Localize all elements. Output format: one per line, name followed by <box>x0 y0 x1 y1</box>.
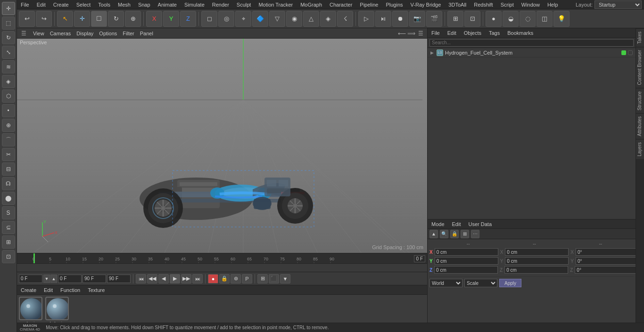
goto-start-btn[interactable]: ⏮ <box>136 274 146 283</box>
tool-point[interactable]: • <box>2 104 15 117</box>
axis-y[interactable]: Y <box>163 11 179 27</box>
viewport-scene[interactable]: Y X <box>17 39 427 253</box>
autokey-btn[interactable]: 🔒 <box>219 274 230 283</box>
viewport-menu-view[interactable]: View <box>33 31 44 36</box>
om-menu-edit[interactable]: Edit <box>444 28 460 37</box>
menu-redshift[interactable]: Redshift <box>470 0 496 9</box>
tool-magnet[interactable]: ☊ <box>2 177 15 190</box>
scale-z-input[interactable] <box>504 266 568 274</box>
menu-vray[interactable]: V-Ray Bridge <box>407 0 445 9</box>
render-full[interactable]: ⏺ <box>392 11 408 27</box>
tab-takes[interactable]: Takes <box>636 28 644 47</box>
object-visible-icon[interactable] <box>621 50 626 55</box>
scale-x-input[interactable] <box>505 248 569 256</box>
light-mode[interactable]: ☇ <box>337 11 353 27</box>
next-key-btn[interactable]: ▶▶ <box>181 274 191 283</box>
texture-mode[interactable]: ◎ <box>218 11 234 27</box>
viewport-expand-icon[interactable]: ⟵ <box>398 30 405 37</box>
viewport-menu-cameras[interactable]: Cameras <box>50 31 71 36</box>
rot-y-input[interactable] <box>576 257 639 265</box>
menu-select[interactable]: Select <box>73 0 95 9</box>
attr-lock-icon[interactable]: 🔒 <box>450 230 459 238</box>
menu-mograph[interactable]: MoGraph <box>297 0 326 9</box>
scale-tool[interactable]: ☐ <box>91 11 107 27</box>
tool-rotate[interactable]: ↻ <box>2 31 15 44</box>
pos-x-input[interactable] <box>435 248 498 256</box>
display-shaded[interactable]: ● <box>486 11 502 27</box>
attr-pin-icon[interactable]: ▲ <box>429 230 438 238</box>
attr-menu-edit[interactable]: Edit <box>448 219 465 228</box>
move-tool[interactable]: ✛ <box>74 11 90 27</box>
tool-scale[interactable]: ⤡ <box>2 46 15 59</box>
menu-pipeline[interactable]: Pipeline <box>356 0 382 9</box>
axis-z[interactable]: Z <box>180 11 196 27</box>
menu-edit[interactable]: Edit <box>33 0 50 9</box>
gem-mode[interactable]: 🔷 <box>252 11 268 27</box>
rotate-tool[interactable]: ↻ <box>108 11 124 27</box>
keyframe-btn[interactable]: ⊞ <box>257 274 268 283</box>
mat-menu-edit[interactable]: Edit <box>40 287 57 293</box>
scale-y-input[interactable] <box>505 257 569 265</box>
circle-mode[interactable]: ◉ <box>286 11 302 27</box>
tab-content-browser[interactable]: Content Browser <box>636 47 644 88</box>
attr-expand-icon[interactable]: ⊞ <box>461 230 469 238</box>
redo-button[interactable]: ↪ <box>36 11 52 27</box>
menu-tools[interactable]: Tools <box>94 0 114 9</box>
grid-mode[interactable]: ◈ <box>320 11 336 27</box>
display-wire[interactable]: ◒ <box>503 11 519 27</box>
tab-attributes-side[interactable]: Attributes <box>636 113 644 139</box>
preview-btn[interactable]: P <box>242 274 252 283</box>
attr-options-icon[interactable]: ⋯ <box>471 230 479 238</box>
menu-mesh[interactable]: Mesh <box>114 0 134 9</box>
attr-menu-mode[interactable]: Mode <box>428 219 448 228</box>
scene-btn[interactable]: 🎬 <box>426 11 442 27</box>
om-menu-bookmarks[interactable]: Bookmarks <box>504 28 537 37</box>
tool-move[interactable]: ✛ <box>2 2 15 15</box>
tri2-mode[interactable]: △ <box>303 11 319 27</box>
tool-paint[interactable]: ⬤ <box>2 192 15 205</box>
frame-step-up[interactable]: ▲ <box>50 275 57 283</box>
display-quick[interactable]: ◫ <box>537 11 553 27</box>
attr-search-icon[interactable]: 🔍 <box>440 230 448 238</box>
tool-knife[interactable]: ✂ <box>2 148 15 161</box>
viewport-layout-icon[interactable]: ⟹ <box>407 30 415 37</box>
light-toggle[interactable]: 💡 <box>553 11 570 27</box>
material-chasis[interactable]: chasis <box>19 297 42 323</box>
menu-simulate[interactable]: Simulate <box>181 0 208 9</box>
om-menu-file[interactable]: File <box>428 28 444 37</box>
tool-deform[interactable]: ≋ <box>2 60 15 73</box>
more-btn[interactable]: ▼ <box>280 274 290 283</box>
display-box[interactable]: ◌ <box>520 11 536 27</box>
tool-polygon[interactable]: ◈ <box>2 75 15 88</box>
prev-key-btn[interactable]: ◀ <box>158 274 169 283</box>
record-btn[interactable]: ● <box>208 274 218 283</box>
goto-end-btn[interactable]: ⏭ <box>192 274 203 283</box>
menu-snap[interactable]: Snap <box>134 0 154 9</box>
current-frame-input[interactable] <box>58 275 82 283</box>
start-frame-input[interactable] <box>19 275 42 283</box>
menu-create[interactable]: Create <box>50 0 73 9</box>
select-tool[interactable]: ↖ <box>57 11 73 27</box>
tool-sculpt[interactable]: ⊆ <box>2 221 15 234</box>
undo-button[interactable]: ↩ <box>19 11 35 27</box>
play-btn[interactable]: ▶ <box>170 274 180 283</box>
menu-character[interactable]: Character <box>326 0 356 9</box>
tab-structure[interactable]: Structure <box>636 88 644 113</box>
material-bchasis[interactable]: bchasis <box>45 297 69 323</box>
mat-menu-function[interactable]: Function <box>57 287 84 293</box>
tool-extrude[interactable]: ⊟ <box>2 162 15 176</box>
edge-mode[interactable]: ⌖ <box>235 11 251 27</box>
menu-file[interactable]: File <box>17 0 33 9</box>
menu-render[interactable]: Render <box>208 0 233 9</box>
mat-menu-create[interactable]: Create <box>17 287 40 293</box>
frame-step-down[interactable]: ▼ <box>43 275 50 283</box>
frame-display[interactable]: 0 F <box>414 255 425 262</box>
attr-menu-userdata[interactable]: User Data <box>465 219 496 228</box>
tool-select-rect[interactable]: ⬚ <box>2 16 15 30</box>
menu-sculpt[interactable]: Sculpt <box>233 0 255 9</box>
viewport-menu-display[interactable]: Display <box>76 31 93 36</box>
render-vp[interactable]: ⏯ <box>375 11 391 27</box>
om-search-input[interactable] <box>429 39 634 47</box>
rot-x-input[interactable] <box>576 248 639 256</box>
snap-btn[interactable]: ⊞ <box>447 11 463 27</box>
